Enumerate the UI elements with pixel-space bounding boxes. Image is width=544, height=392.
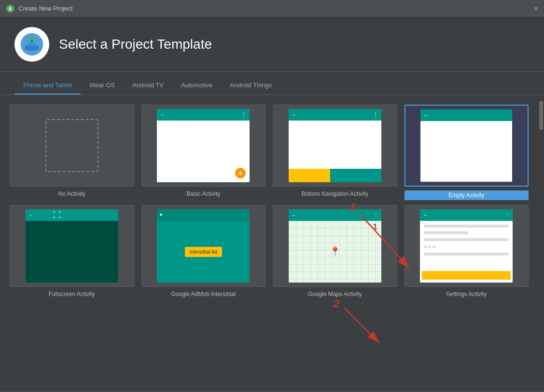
template-empty-activity[interactable]: ← Empty Activity [405,105,529,200]
title-bar-left: A Create New Project [6,4,73,13]
tab-wear-os[interactable]: Wear OS [81,77,124,95]
template-label-basic: Basic Activity [186,190,220,197]
map-body: 📍 1 [289,221,381,282]
template-basic-activity[interactable]: ← ⋮ + Basic Activity [141,105,266,200]
map-card: ← ⋮ 📍 1 [289,209,381,282]
back-icon-2: ← [292,111,297,118]
header-logo [14,27,49,62]
bottom-nav-toolbar: ← ⋮ [289,109,381,121]
template-label-fullscreen: Fullscreen Activity [49,291,95,297]
back-icon: ← [160,111,166,118]
fab-button: + [235,168,246,178]
android-studio-logo [20,32,44,56]
menu-icon: ⋮ [241,111,247,118]
template-preview-empty: ← [405,105,529,187]
tab-phone-tablet[interactable]: Phone and Tablet [14,77,81,95]
template-maps[interactable]: ← ⋮ 📍 1 Google Maps Activity [273,205,397,297]
template-preview-fullscreen: ← ⛶ [10,205,134,287]
template-no-activity[interactable]: No Activity [10,105,134,200]
main-content: Phone and Tablet Wear OS Android TV Auto… [0,72,544,392]
settings-dot-2 [428,245,431,248]
menu-icon-2: ⋮ [373,111,378,118]
basic-phone-mockup: ← ⋮ + [157,109,250,182]
back-icon-map: ← [292,212,297,218]
tab-android-things[interactable]: Android Things [221,77,280,95]
basic-body: + [157,121,250,182]
template-settings[interactable]: ← ⋮ [405,205,529,297]
settings-bottom-bar [422,271,511,280]
header: Select a Project Template [0,17,544,72]
no-activity-dashed-box [45,119,98,172]
empty-phone-mockup: ← [420,109,512,181]
bottom-nav-yellow [289,169,330,182]
template-label-no-activity: No Activity [58,190,85,197]
template-label-interstitial: Google AdMob Interstitial [171,291,236,297]
tab-android-tv[interactable]: Android TV [124,77,172,95]
android-studio-icon: A [6,4,14,13]
tabs-bar: Phone and Tablet Wear OS Android TV Auto… [0,77,544,95]
template-area: No Activity ← ⋮ + Basic Activity [0,95,544,392]
interstitial-toolbar: ● [157,209,250,221]
template-label-settings: Settings Activity [446,291,487,297]
settings-dot-3 [432,245,435,248]
template-preview-interstitial: ● Interstitial Ad [141,205,266,287]
settings-toolbar: ← ⋮ [420,209,513,221]
settings-line-2 [424,231,468,234]
bottom-nav-body [289,121,381,168]
empty-body [420,121,512,181]
interstitial-card: ● Interstitial Ad [157,209,250,282]
empty-toolbar: ← [420,109,512,121]
settings-dot-1 [424,245,427,248]
ad-banner: Interstitial Ad [185,247,222,257]
template-interstitial[interactable]: ● Interstitial Ad Google AdMob Interstit… [141,205,266,297]
back-icon-4: ← [28,212,34,218]
page-title: Select a Project Template [59,37,212,52]
interstitial-body: Interstitial Ad [157,221,250,282]
map-pin-icon: 📍 [330,246,340,257]
template-label-empty: Empty Activity [405,190,529,200]
fullscreen-toolbar: ← ⛶ [26,209,118,221]
fullscreen-body [26,221,118,282]
title-bar: A Create New Project × [0,0,544,17]
template-preview-no-activity [10,105,134,187]
template-preview-maps: ← ⋮ 📍 1 [273,205,397,287]
settings-card: ← ⋮ [420,209,513,282]
settings-dots [424,245,509,248]
tab-automotive[interactable]: Automotive [172,77,221,95]
settings-body [420,221,513,282]
title-bar-text: Create New Project [18,5,73,12]
template-label-maps: Google Maps Activity [308,291,362,297]
template-preview-basic: ← ⋮ + [141,105,266,187]
menu-icon-settings: ⋮ [504,212,510,218]
fullscreen-card: ← ⛶ [26,209,118,282]
template-preview-settings: ← ⋮ [405,205,529,287]
svg-rect-7 [31,40,33,43]
settings-line-3 [424,238,509,241]
bottom-nav-phone-mockup: ← ⋮ [289,109,381,182]
bottom-nav-bar [289,169,381,182]
back-icon-3: ← [423,112,429,119]
settings-line-4 [424,253,509,256]
back-icon-settings: ← [423,212,428,218]
template-preview-bottom-nav: ← ⋮ [273,105,397,187]
close-icon-interstitial: ● [157,212,165,217]
map-toolbar: ← ⋮ [289,209,381,221]
expand-icon: ⛶ [53,211,61,219]
close-button[interactable]: × [534,5,538,13]
template-fullscreen[interactable]: ← ⛶ Fullscreen Activity [10,205,134,297]
svg-text:A: A [8,6,12,12]
basic-toolbar: ← ⋮ [157,109,250,121]
template-grid: No Activity ← ⋮ + Basic Activity [0,95,538,392]
map-number-label: 1 [373,223,377,231]
scrollbar-thumb[interactable] [539,101,543,130]
settings-line-1 [424,225,509,228]
scrollbar[interactable] [538,95,544,392]
template-label-bottom-nav: Bottom Navigation Activity [301,190,368,197]
template-bottom-navigation[interactable]: ← ⋮ Bottom Navigation Activity [273,105,397,200]
menu-icon-map: ⋮ [373,212,378,218]
